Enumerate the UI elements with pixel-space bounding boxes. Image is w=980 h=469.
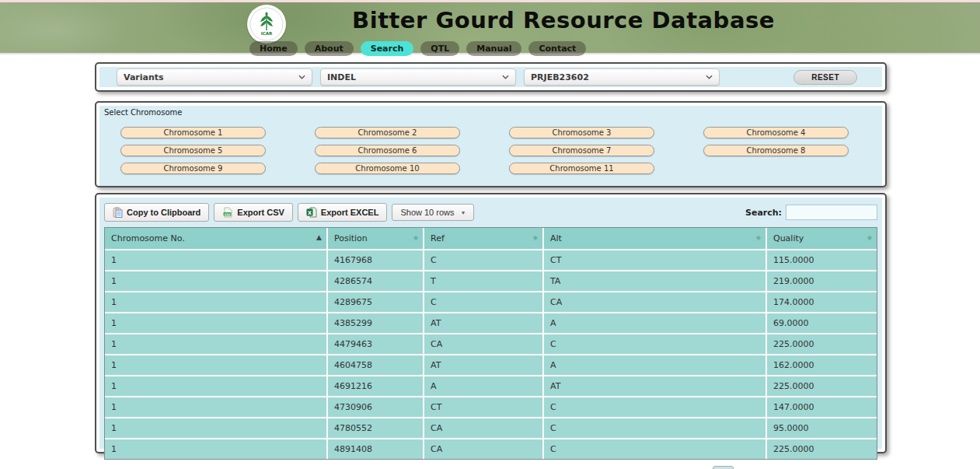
search-label: Search: [745, 208, 782, 218]
table-cell: C [424, 250, 544, 271]
show-rows-label: Show 10 rows [400, 208, 454, 217]
variant-type-dropdown-value: INDEL [327, 72, 356, 82]
show-rows-dropdown[interactable]: Show 10 rows ▼ [392, 204, 474, 221]
column-header-ref[interactable]: Ref◆ [424, 228, 544, 250]
column-header-position[interactable]: Position◆ [328, 228, 424, 250]
chromosome-button-10[interactable]: Chromosome 10 [315, 163, 460, 174]
table-cell: CA [544, 292, 767, 313]
column-label: Quality [773, 233, 804, 243]
table-cell: 4479463 [328, 334, 424, 355]
chromosome-button-7[interactable]: Chromosome 7 [509, 145, 654, 156]
table-row: 14780552CAC95.0000 [105, 418, 877, 439]
table-cell: 1 [105, 355, 328, 376]
main-nav: HomeAboutSearchQTLManualContact [249, 41, 586, 56]
icar-logo: ICAR [247, 5, 286, 44]
column-label: Position [334, 233, 368, 243]
table-cell: T [424, 271, 544, 292]
copy-to-clipboard-label: Copy to Clipboard [127, 208, 201, 217]
page-title: Bitter Gourd Resource Database [284, 7, 843, 33]
variant-type-dropdown[interactable]: INDEL [320, 68, 516, 86]
clipboard-icon [113, 207, 123, 218]
chromosome-button-4[interactable]: Chromosome 4 [703, 127, 849, 138]
chromosome-panel: Select Chromosome Chromosome 1Chromosome… [99, 106, 882, 186]
table-cell: TA [544, 271, 767, 292]
export-csv-button[interactable]: CSV Export CSV [214, 203, 293, 222]
svg-text:CSV: CSV [225, 213, 231, 216]
wheat-logo-icon: ICAR [249, 7, 284, 41]
table-cell: 1 [105, 439, 328, 459]
column-header-chromosome-no-[interactable]: Chromosome No.▲ [105, 228, 328, 250]
chromosome-button-1[interactable]: Chromosome 1 [120, 127, 266, 138]
table-cell: C [424, 292, 544, 313]
variants-dropdown-value: Variants [124, 72, 164, 82]
table-row: 14385299ATA69.0000 [105, 313, 877, 334]
table-row: 14286574TTA219.0000 [105, 271, 877, 292]
table-cell: 1 [105, 397, 328, 418]
column-header-alt[interactable]: Alt◆ [544, 228, 767, 250]
table-body: 14167968CCT115.000014286574TTA219.000014… [105, 250, 877, 459]
table-cell: 1 [105, 418, 328, 439]
table-cell: 1 [105, 250, 328, 271]
project-dropdown[interactable]: PRJEB23602 [524, 68, 720, 86]
table-cell: AT [544, 376, 767, 397]
table-header-row: Chromosome No.▲Position◆Ref◆Alt◆Quality◆ [105, 228, 877, 250]
table-cell: AT [424, 313, 544, 334]
copy-to-clipboard-button[interactable]: Copy to Clipboard [104, 203, 209, 222]
table-cell: 225.0000 [767, 439, 877, 459]
chromosome-button-8[interactable]: Chromosome 8 [703, 145, 849, 156]
table-cell: 174.0000 [767, 292, 877, 313]
sort-icon: ◆ [413, 234, 418, 241]
table-cell: 4891408 [328, 439, 424, 459]
chromosome-section: Select Chromosome Chromosome 1Chromosome… [95, 101, 887, 187]
search-input[interactable] [786, 205, 877, 220]
table-row: 14691216AAT225.0000 [105, 376, 877, 397]
table-cell: 1 [105, 271, 328, 292]
export-excel-button[interactable]: X Export EXCEL [298, 203, 388, 222]
table-panel: Copy to Clipboard CSV Export CSV X Expor… [99, 198, 882, 449]
table-cell: 225.0000 [767, 334, 877, 355]
nav-tab-qtl[interactable]: QTL [420, 41, 459, 56]
sort-icon: ◆ [867, 234, 872, 241]
csv-file-icon: CSV [222, 207, 233, 218]
column-label: Chromosome No. [111, 233, 185, 243]
data-grid: Chromosome No.▲Position◆Ref◆Alt◆Quality◆… [104, 227, 877, 460]
chromosome-button-9[interactable]: Chromosome 9 [120, 163, 266, 174]
chromosome-button-2[interactable]: Chromosome 2 [315, 127, 460, 138]
table-cell: 225.0000 [767, 376, 877, 397]
table-cell: 4691216 [328, 376, 424, 397]
pagination-1[interactable]: 1 [713, 466, 734, 469]
chromosome-button-6[interactable]: Chromosome 6 [315, 145, 460, 156]
filter-panel: Variants INDEL PRJEB23602 RESET [99, 67, 882, 87]
chromosome-button-5[interactable]: Chromosome 5 [120, 145, 266, 156]
nav-tab-contact[interactable]: Contact [528, 41, 586, 56]
nav-tab-manual[interactable]: Manual [466, 41, 521, 56]
nav-tab-search[interactable]: Search [361, 41, 414, 56]
table-cell: C [544, 418, 767, 439]
chromosome-grid: Chromosome 1Chromosome 2Chromosome 3Chro… [104, 127, 877, 174]
table-cell: 95.0000 [767, 418, 877, 439]
table-cell: 4286574 [328, 271, 424, 292]
app-header: ICAR Bitter Gourd Resource Database Home… [0, 0, 980, 54]
table-cell: CA [424, 418, 544, 439]
reset-button[interactable]: RESET [793, 70, 857, 85]
table-row: 14891408CAC225.0000 [105, 439, 877, 459]
column-label: Alt [550, 233, 562, 243]
nav-tab-home[interactable]: Home [249, 41, 298, 56]
chevron-down-icon [298, 75, 305, 79]
sort-icon: ▲ [316, 233, 322, 241]
export-csv-label: Export CSV [237, 208, 284, 217]
variants-dropdown[interactable]: Variants [117, 68, 312, 86]
chromosome-button-3[interactable]: Chromosome 3 [509, 127, 654, 138]
svg-text:X: X [308, 210, 312, 216]
table-cell: 4604758 [328, 355, 424, 376]
table-cell: C [544, 439, 767, 459]
table-cell: 4780552 [328, 418, 424, 439]
export-excel-label: Export EXCEL [321, 208, 379, 217]
column-header-quality[interactable]: Quality◆ [767, 228, 877, 250]
table-footer: Showing 1 to 10 of 124 entries Previous1… [104, 460, 877, 469]
chromosome-button-11[interactable]: Chromosome 11 [509, 163, 654, 174]
nav-tab-about[interactable]: About [305, 41, 354, 56]
table-row: 14167968CCT115.0000 [105, 250, 877, 271]
table-cell: 4289675 [328, 292, 424, 313]
column-label: Ref [431, 233, 445, 243]
